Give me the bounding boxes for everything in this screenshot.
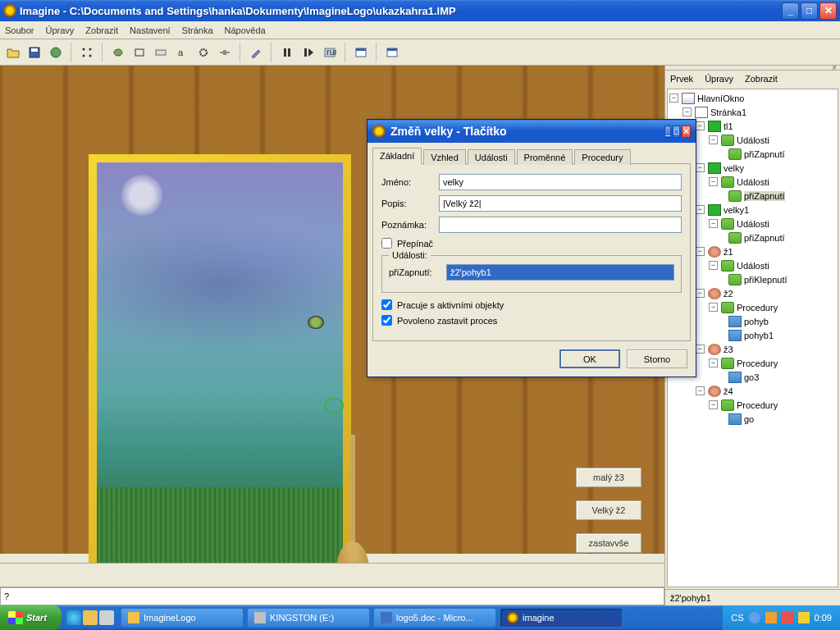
dialog-minimize-button[interactable]: _ [664,126,671,138]
expand-icon[interactable]: − [696,386,705,395]
expand-icon[interactable]: − [709,135,718,144]
tree-z1[interactable]: ž1 [724,247,733,257]
tree-velky[interactable]: velky [724,163,744,173]
maximize-button[interactable]: □ [801,2,818,20]
text-icon[interactable]: a [172,43,192,62]
expand-icon[interactable]: − [709,358,718,368]
checkbox-prepinac[interactable] [381,238,392,249]
expand-icon[interactable]: − [709,303,718,312]
tree-tl1[interactable]: tl1 [724,121,733,131]
tree-go[interactable]: go [744,414,754,424]
scene-button-zastav[interactable]: zastavvše [576,533,641,553]
checkbox-aktivni[interactable] [381,299,392,310]
close-button[interactable]: ✕ [819,2,837,20]
expand-icon[interactable]: − [709,177,718,186]
panel-grip[interactable] [665,66,840,71]
expand-icon[interactable]: − [709,400,718,409]
task-imaginelogo[interactable]: ImagineLogo [121,608,244,628]
expand-icon[interactable]: − [696,205,705,214]
tree-velky1[interactable]: velky1 [724,205,749,215]
tree-z4[interactable]: ž4 [724,386,733,396]
grid-icon[interactable] [77,43,97,62]
expand-icon[interactable]: − [709,261,718,270]
tree-prizap[interactable]: přiZapnutí [744,149,785,159]
expand-icon[interactable]: − [709,219,718,228]
tray-icon-1[interactable] [749,612,760,623]
dialog-titlebar[interactable]: Změň velky - Tlačítko _ □ ✕ [368,120,696,143]
tab-promenne[interactable]: Proměnné [517,149,573,165]
tree-priklep[interactable]: přiKlepnutí [744,275,788,285]
button-icon[interactable] [151,43,171,62]
tree-udalosti[interactable]: Události [737,177,769,187]
step-icon[interactable] [299,43,318,62]
window2-icon[interactable] [382,43,402,62]
expand-icon[interactable]: − [696,345,705,354]
input-popis[interactable] [439,195,682,212]
tree-prizap-sel[interactable]: přiZapnutí [744,191,785,201]
turtle-sprite[interactable] [308,316,324,329]
lang-indicator[interactable]: CS [731,613,743,623]
tray-icon-4[interactable] [798,612,810,623]
run-icon[interactable]: run [320,43,340,62]
checkbox-proces[interactable] [381,315,392,326]
tree-z3[interactable]: ž3 [724,345,733,354]
rect-icon[interactable] [130,43,149,62]
tab-udalosti[interactable]: Události [468,149,515,165]
menu-nastaveni[interactable]: Nastavení [130,25,171,35]
pause-icon[interactable] [277,43,297,62]
tree-go3[interactable]: go3 [744,372,759,382]
dialog-close-button[interactable]: ✕ [682,126,691,138]
slider-icon[interactable] [215,43,235,62]
menu-stranka[interactable]: Stránka [182,25,213,35]
desktop-icon[interactable] [99,610,114,625]
task-logo5doc[interactable]: logo5.doc - Micro... [373,608,496,628]
command-line[interactable]: ? [0,587,664,605]
paint-icon[interactable] [246,43,266,62]
gear-icon[interactable] [194,43,213,62]
tree-menu-prvek[interactable]: Prvek [670,74,693,84]
tree-udalosti[interactable]: Události [737,135,769,145]
tray-icon-3[interactable] [782,612,793,623]
tree-pohyb[interactable]: pohyb [744,317,769,326]
menu-upravy[interactable]: Úpravy [45,25,74,35]
tree-pohyb1[interactable]: pohyb1 [744,331,774,340]
tree-menu-upravy[interactable]: Úpravy [705,74,733,84]
dialog-maximize-button[interactable]: □ [673,126,680,138]
tree-procedury[interactable]: Procedury [737,358,778,368]
tab-procedury[interactable]: Procedury [574,149,630,165]
tray-icon-2[interactable] [765,612,777,623]
ie-icon[interactable] [66,610,81,625]
open-icon[interactable] [3,43,23,62]
folder-icon[interactable] [83,610,98,625]
scene-button-velky[interactable]: Velký ž2 [576,500,641,520]
tree-procedury[interactable]: Procedury [737,400,778,410]
expand-icon[interactable]: − [696,247,705,256]
menu-napoveda[interactable]: Nápověda [225,25,266,35]
tree-procedury[interactable]: Procedury [737,303,778,313]
input-prizapnuti[interactable] [446,264,674,281]
menu-zobrazit[interactable]: Zobrazit [85,25,118,35]
tree-page[interactable]: Stránka1 [710,107,746,117]
ok-button[interactable]: OK [559,349,620,368]
turtle-icon[interactable] [108,43,128,62]
expand-icon[interactable]: − [696,121,705,130]
expand-icon[interactable]: − [696,163,705,172]
tree-root[interactable]: HlavníOkno [697,94,744,103]
input-jmeno[interactable] [439,174,682,190]
clock[interactable]: 0:09 [815,613,832,623]
storno-button[interactable]: Storno [627,349,687,368]
scene-button-maly[interactable]: malý ž3 [576,468,641,487]
tree-menu-zobrazit[interactable]: Zobrazit [745,74,778,84]
tab-zakladni[interactable]: Základní [372,148,422,164]
tree-udalosti[interactable]: Události [737,219,769,229]
expand-icon[interactable]: − [696,289,705,298]
world-icon[interactable] [46,43,66,62]
task-kingston[interactable]: KINGSTON (E:) [247,608,370,628]
task-imagine[interactable]: imagine [500,608,623,628]
expand-icon[interactable]: − [669,94,678,103]
input-poznamka[interactable] [439,217,682,233]
start-button[interactable]: Start [0,605,62,630]
save-icon[interactable] [25,43,44,62]
window1-icon[interactable] [351,43,371,62]
tree-udalosti[interactable]: Události [737,261,769,271]
